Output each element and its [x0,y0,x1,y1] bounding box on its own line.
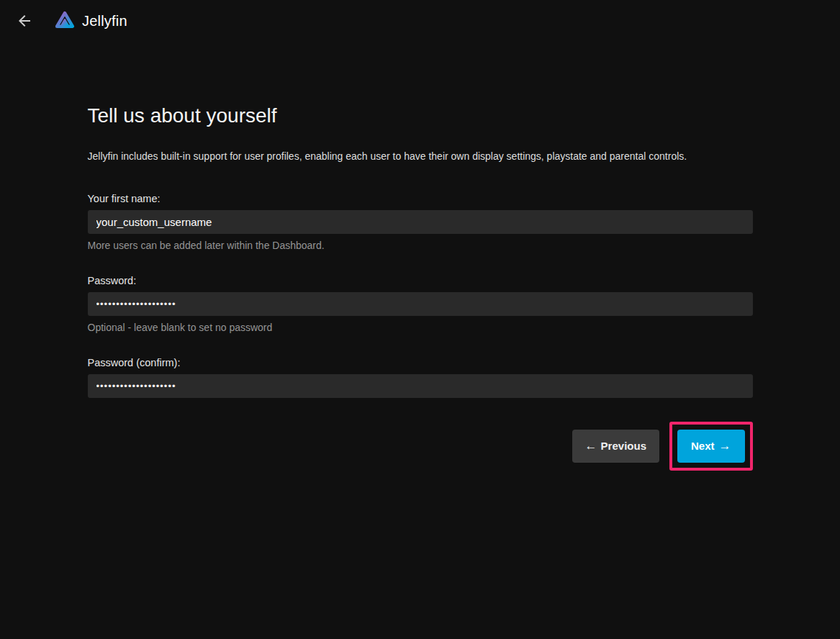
password-label: Password: [88,275,753,286]
arrow-left-icon [16,12,33,30]
wizard-button-row: ← Previous Next → [88,422,753,471]
password-input[interactable] [88,292,753,316]
wizard-user-page: Tell us about yourself Jellyfin includes… [88,42,753,471]
next-button-label: Next [691,440,715,453]
username-label: Your first name: [88,193,753,204]
annotation-highlight-box: Next → [669,422,753,471]
password-confirm-field-group: Password (confirm): [88,357,753,398]
password-confirm-input[interactable] [88,374,753,398]
page-title: Tell us about yourself [88,105,753,127]
arrow-left-icon: ← [585,439,597,453]
previous-button-label: Previous [601,440,646,453]
page-description: Jellyfin includes built-in support for u… [88,150,753,163]
previous-button[interactable]: ← Previous [572,430,659,463]
password-helper-text: Optional - leave blank to set no passwor… [88,322,753,333]
username-input[interactable] [88,210,753,234]
next-button[interactable]: Next → [677,430,745,463]
brand: Jellyfin [53,9,127,32]
username-helper-text: More users can be added later within the… [88,240,753,251]
password-field-group: Password: Optional - leave blank to set … [88,275,753,333]
jellyfin-logo-icon [53,9,76,32]
app-title: Jellyfin [82,13,127,30]
app-header: Jellyfin [0,0,840,42]
username-field-group: Your first name: More users can be added… [88,193,753,251]
password-confirm-label: Password (confirm): [88,357,753,368]
back-button[interactable] [12,8,37,34]
arrow-right-icon: → [719,439,731,453]
